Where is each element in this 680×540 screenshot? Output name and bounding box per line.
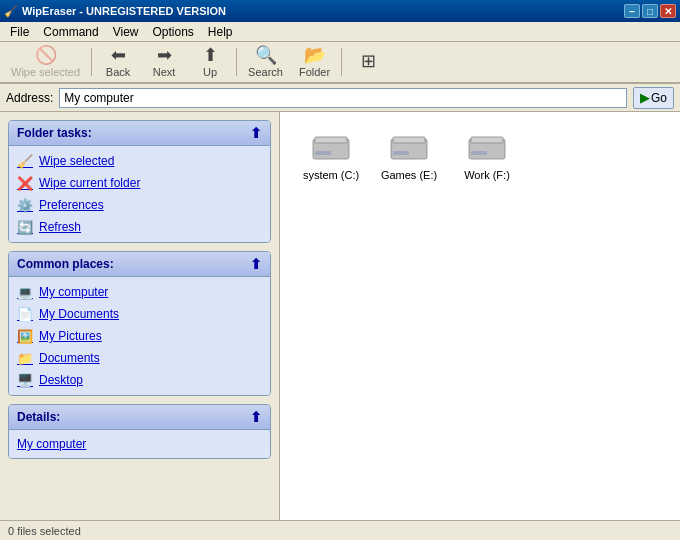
panel-body-details: My computer	[9, 430, 270, 458]
panel-link-my-computer[interactable]: My computer	[17, 436, 262, 452]
menu-item-help[interactable]: Help	[202, 23, 239, 41]
link-icon-wipe-current-folder: ❌	[17, 175, 33, 191]
panel-section-common-places: Common places:⬆💻My computer📄My Documents…	[8, 251, 271, 396]
panel-header-details: Details:⬆	[9, 405, 270, 430]
link-icon-preferences: ⚙️	[17, 197, 33, 213]
panel-body-folder-tasks: 🧹Wipe selected❌Wipe current folder⚙️Pref…	[9, 146, 270, 242]
menu-item-command[interactable]: Command	[37, 23, 104, 41]
close-button[interactable]: ✕	[660, 4, 676, 18]
link-icon-my-documents: 📄	[17, 306, 33, 322]
link-icon-my-computer: 💻	[17, 284, 33, 300]
drive-item-drive-e[interactable]: Games (E:)	[374, 128, 444, 186]
wipe-selected-button[interactable]: 🚫 Wipe selected	[4, 44, 87, 80]
link-label-wipe-selected: Wipe selected	[39, 154, 114, 168]
search-label: Search	[248, 66, 283, 78]
panel-link-documents[interactable]: 📁Documents	[17, 349, 262, 367]
panel-collapse-common-places[interactable]: ⬆	[250, 256, 262, 272]
menu-item-options[interactable]: Options	[147, 23, 200, 41]
right-panel: system (C:)Games (E:)Work (F:)	[280, 112, 680, 520]
link-icon-my-pictures: 🖼️	[17, 328, 33, 344]
panel-section-folder-tasks: Folder tasks:⬆🧹Wipe selected❌Wipe curren…	[8, 120, 271, 243]
drive-label-drive-e: Games (E:)	[381, 169, 437, 181]
next-button[interactable]: ➡ Next	[142, 44, 186, 80]
panel-title-common-places: Common places:	[17, 257, 114, 271]
panel-link-my-documents[interactable]: 📄My Documents	[17, 305, 262, 323]
panel-collapse-details[interactable]: ⬆	[250, 409, 262, 425]
back-button[interactable]: ⬅ Back	[96, 44, 140, 80]
svg-rect-2	[315, 151, 331, 155]
link-label-documents: Documents	[39, 351, 100, 365]
link-label-desktop: Desktop	[39, 373, 83, 387]
link-label-my-computer: My computer	[17, 437, 86, 451]
go-label: Go	[651, 91, 667, 105]
wipe-selected-label: Wipe selected	[11, 66, 80, 78]
toolbar-separator-3	[341, 48, 342, 76]
next-icon: ➡	[157, 46, 172, 64]
drive-label-drive-c: system (C:)	[303, 169, 359, 181]
svg-rect-8	[471, 151, 487, 155]
menu-item-file[interactable]: File	[4, 23, 35, 41]
drive-item-drive-c[interactable]: system (C:)	[296, 128, 366, 186]
app-icon: 🧹	[4, 5, 18, 18]
title-bar: 🧹 WipEraser - UNREGISTERED VERSION – □ ✕	[0, 0, 680, 22]
go-button[interactable]: ▶ Go	[633, 87, 674, 109]
svg-rect-7	[471, 137, 503, 143]
toolbar: 🚫 Wipe selected ⬅ Back ➡ Next ⬆ Up 🔍 Sea…	[0, 42, 680, 84]
menu-bar: FileCommandViewOptionsHelp	[0, 22, 680, 42]
drive-item-drive-f[interactable]: Work (F:)	[452, 128, 522, 186]
panel-collapse-folder-tasks[interactable]: ⬆	[250, 125, 262, 141]
panel-section-details: Details:⬆My computer	[8, 404, 271, 459]
panel-title-details: Details:	[17, 410, 60, 424]
title-bar-left: 🧹 WipEraser - UNREGISTERED VERSION	[4, 5, 226, 18]
search-icon: 🔍	[255, 46, 277, 64]
drive-icon-drive-c	[311, 133, 351, 165]
address-bar: Address: ▶ Go	[0, 84, 680, 112]
up-button[interactable]: ⬆ Up	[188, 44, 232, 80]
main-content: Folder tasks:⬆🧹Wipe selected❌Wipe curren…	[0, 112, 680, 520]
minimize-button[interactable]: –	[624, 4, 640, 18]
panel-link-wipe-current-folder[interactable]: ❌Wipe current folder	[17, 174, 262, 192]
menu-item-view[interactable]: View	[107, 23, 145, 41]
panel-link-preferences[interactable]: ⚙️Preferences	[17, 196, 262, 214]
view-button[interactable]: ⊞	[346, 44, 390, 80]
link-label-wipe-current-folder: Wipe current folder	[39, 176, 140, 190]
address-label: Address:	[6, 91, 53, 105]
link-label-refresh: Refresh	[39, 220, 81, 234]
folder-icon: 📂	[304, 46, 326, 64]
wipe-selected-icon: 🚫	[35, 46, 57, 64]
go-arrow-icon: ▶	[640, 91, 649, 105]
panel-link-my-pictures[interactable]: 🖼️My Pictures	[17, 327, 262, 345]
link-icon-wipe-selected: 🧹	[17, 153, 33, 169]
folder-button[interactable]: 📂 Folder	[292, 44, 337, 80]
link-icon-desktop: 🖥️	[17, 372, 33, 388]
svg-rect-1	[315, 137, 347, 143]
link-icon-refresh: 🔄	[17, 219, 33, 235]
panel-link-desktop[interactable]: 🖥️Desktop	[17, 371, 262, 389]
link-label-my-computer: My computer	[39, 285, 108, 299]
title-bar-controls: – □ ✕	[624, 4, 676, 18]
svg-rect-4	[393, 137, 425, 143]
status-bar: 0 files selected	[0, 520, 680, 540]
link-label-my-documents: My Documents	[39, 307, 119, 321]
search-button[interactable]: 🔍 Search	[241, 44, 290, 80]
maximize-button[interactable]: □	[642, 4, 658, 18]
left-panel: Folder tasks:⬆🧹Wipe selected❌Wipe curren…	[0, 112, 280, 520]
panel-header-folder-tasks: Folder tasks:⬆	[9, 121, 270, 146]
next-label: Next	[153, 66, 176, 78]
address-input[interactable]	[59, 88, 627, 108]
up-label: Up	[203, 66, 217, 78]
panel-body-common-places: 💻My computer📄My Documents🖼️My Pictures📁D…	[9, 277, 270, 395]
up-icon: ⬆	[203, 46, 218, 64]
link-icon-documents: 📁	[17, 350, 33, 366]
back-label: Back	[106, 66, 130, 78]
panel-link-wipe-selected[interactable]: 🧹Wipe selected	[17, 152, 262, 170]
folder-label: Folder	[299, 66, 330, 78]
back-icon: ⬅	[111, 46, 126, 64]
view-icon: ⊞	[361, 52, 376, 70]
toolbar-separator-1	[91, 48, 92, 76]
drive-icon-drive-f	[467, 133, 507, 165]
title-text: WipEraser - UNREGISTERED VERSION	[22, 5, 226, 17]
panel-link-my-computer[interactable]: 💻My computer	[17, 283, 262, 301]
panel-link-refresh[interactable]: 🔄Refresh	[17, 218, 262, 236]
panel-title-folder-tasks: Folder tasks:	[17, 126, 92, 140]
